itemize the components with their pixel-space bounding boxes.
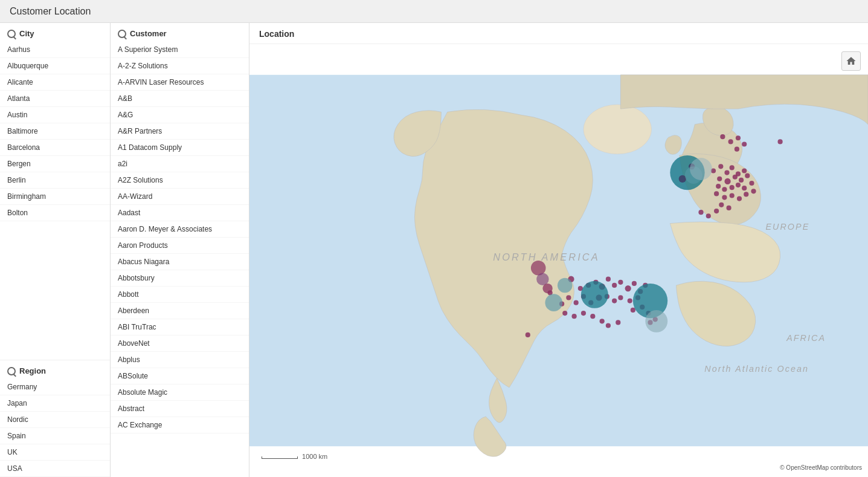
list-item[interactable]: A Superior System [111,42,249,58]
region-label: Region [19,366,46,375]
svg-point-86 [706,213,711,218]
svg-point-36 [600,319,605,323]
svg-point-46 [645,310,667,333]
list-item[interactable]: Barcelona [0,140,110,156]
svg-point-30 [572,314,577,319]
scale-label: 1000 km [302,453,327,460]
svg-point-11 [606,277,611,282]
list-item[interactable]: Nordic [0,412,110,428]
svg-point-54 [717,177,722,181]
svg-point-69 [744,192,748,196]
svg-point-50 [724,170,729,175]
list-item[interactable]: ABSolute [111,368,249,385]
list-item[interactable]: Abbotsbury [111,270,249,287]
svg-point-67 [730,193,735,198]
location-header: Location [249,23,868,44]
home-icon [846,56,857,67]
list-item[interactable]: Berlin [0,172,110,189]
list-item[interactable]: Abacus Niagara [111,254,249,270]
customer-panel: Customer A Superior SystemA-2-Z Solution… [111,23,249,477]
list-item[interactable]: A&G [111,107,249,123]
list-item[interactable]: Aaron Products [111,238,249,254]
city-list[interactable]: AarhusAlbuquerqueAlicanteAtlantaAustinBa… [0,42,110,360]
list-item[interactable]: Bolton [0,205,110,221]
svg-point-78 [735,147,739,152]
map-attribution: © OpenStreetMap contributors [780,464,862,471]
list-item[interactable]: ABI TruTrac [111,319,249,336]
svg-point-53 [742,168,747,173]
svg-point-51 [730,165,735,170]
svg-point-44 [558,278,573,293]
map-container[interactable]: NORTH AMERICA North Atlantic Ocean EUROP… [249,44,868,477]
list-item[interactable]: Aarhus [0,42,110,58]
region-search-icon [7,367,16,375]
page-title: Customer Location [10,6,91,17]
world-map: NORTH AMERICA North Atlantic Ocean EUROP… [249,44,868,477]
customer-search-icon [118,30,126,38]
list-item[interactable]: Germany [0,379,110,395]
list-item[interactable]: AC Exchange [111,417,249,433]
list-item[interactable]: Austin [0,107,110,123]
list-item[interactable]: UK [0,444,110,461]
scale-bar [262,456,298,459]
svg-point-76 [736,135,741,140]
list-item[interactable]: Bergen [0,156,110,172]
list-item[interactable]: Aaron D. Meyer & Associates [111,221,249,238]
list-item[interactable]: Aberdeen [111,303,249,319]
svg-text:NORTH AMERICA: NORTH AMERICA [493,251,599,262]
list-item[interactable]: Alicante [0,74,110,91]
svg-point-14 [625,285,631,291]
map-scale: 1000 km [262,453,327,460]
svg-text:AFRICA: AFRICA [786,333,826,343]
list-item[interactable]: Baltimore [0,123,110,140]
svg-text:EUROPE: EUROPE [765,222,809,232]
list-item[interactable]: AA-Wizard [111,189,249,205]
svg-point-77 [742,141,747,146]
svg-point-47 [526,333,530,337]
location-panel: Location [249,23,868,477]
svg-point-56 [733,175,738,180]
list-item[interactable]: A1 Datacom Supply [111,140,249,156]
list-item[interactable]: Abstract [111,401,249,417]
customer-list[interactable]: A Superior SystemA-2-Z SolutionsA-ARVIN … [111,42,249,477]
svg-point-45 [545,294,562,311]
svg-point-66 [722,195,727,200]
svg-point-75 [728,139,733,144]
list-item[interactable]: A-ARVIN Laser Resources [111,74,249,91]
svg-point-42 [581,281,608,308]
svg-point-31 [581,311,586,316]
svg-point-73 [714,209,719,213]
list-item[interactable]: Atlanta [0,91,110,107]
customer-section-header: Customer [111,23,249,42]
svg-point-59 [716,184,721,189]
list-item[interactable]: AboveNet [111,336,249,352]
svg-point-70 [751,189,756,193]
svg-point-83 [690,158,712,180]
svg-point-84 [777,139,782,144]
list-item[interactable]: Japan [0,395,110,412]
svg-point-32 [590,314,595,319]
list-item[interactable]: Spain [0,428,110,444]
svg-point-21 [612,298,617,303]
list-item[interactable]: a2i [111,156,249,172]
home-button[interactable] [841,51,861,71]
svg-point-85 [698,210,703,215]
list-item[interactable]: USA [0,461,110,477]
svg-point-65 [714,191,719,196]
svg-point-74 [720,134,725,139]
region-list[interactable]: GermanyJapanNordicSpainUKUSA [0,379,110,477]
list-item[interactable]: Albuquerque [0,58,110,74]
list-item[interactable]: Aadast [111,205,249,221]
list-item[interactable]: Abplus [111,352,249,368]
list-item[interactable]: A2Z Solutions [111,172,249,189]
list-item[interactable]: A&R Partners [111,123,249,140]
svg-point-72 [727,206,731,210]
svg-point-55 [724,178,730,184]
list-item[interactable]: Absolute Magic [111,385,249,401]
list-item[interactable]: A&B [111,91,249,107]
svg-point-62 [736,183,741,187]
list-item[interactable]: A-2-Z Solutions [111,58,249,74]
list-item[interactable]: Abbott [111,287,249,303]
svg-point-15 [632,281,637,286]
list-item[interactable]: Birmingham [0,189,110,205]
